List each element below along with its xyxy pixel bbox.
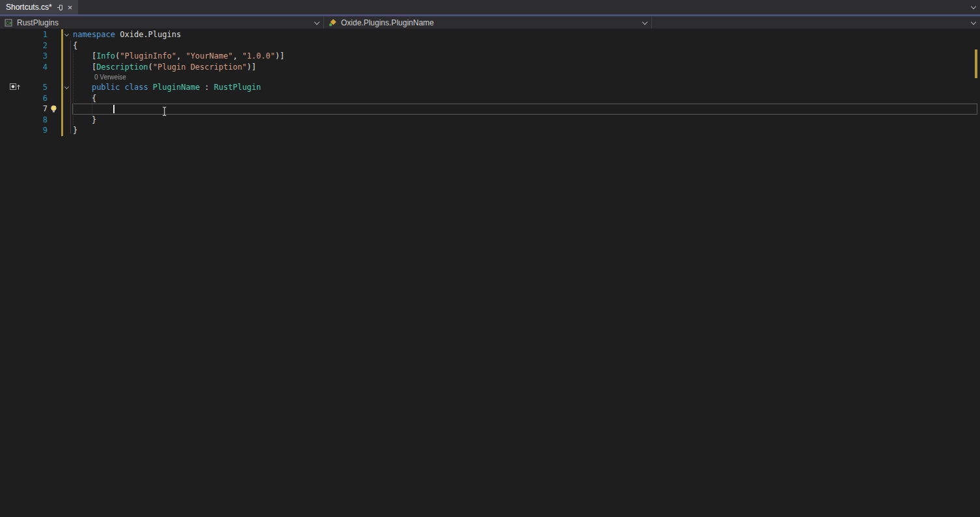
line-number: 4 <box>30 62 48 73</box>
type-dropdown[interactable]: Oxide.Plugins.PluginName <box>324 16 652 29</box>
code-line-1[interactable]: 1namespace Oxide.Plugins <box>0 29 980 40</box>
glyph-margin-icon[interactable] <box>10 83 21 91</box>
code-token: RustPlugin <box>214 83 261 92</box>
code-token: Oxide.Plugins <box>115 30 181 39</box>
indent-guide <box>73 51 74 125</box>
class-icon <box>329 19 337 27</box>
glyph-margin[interactable] <box>0 104 30 115</box>
glyph-margin[interactable] <box>0 62 30 73</box>
code-text <box>72 104 977 115</box>
code-token: , <box>176 51 185 61</box>
outline-guide-line <box>70 40 71 133</box>
glyph-margin[interactable] <box>0 115 30 126</box>
codelens-row: 0 Verweise <box>0 72 980 82</box>
code-text: { <box>72 40 980 51</box>
tab-title: Shortcuts.cs* <box>6 3 52 12</box>
code-token: , <box>233 51 242 61</box>
code-editor[interactable]: 1namespace Oxide.Plugins2{3 [Info("Plugi… <box>0 29 980 517</box>
code-token <box>148 83 153 92</box>
code-text: } <box>72 125 980 136</box>
code-text: [Description("Plugin Description")] <box>72 62 980 73</box>
code-token: "PluginInfo" <box>120 51 176 61</box>
fold-chevron-down-icon[interactable] <box>64 32 69 36</box>
line-number: 5 <box>30 82 48 93</box>
code-token: [ <box>73 51 96 61</box>
glyph-margin[interactable] <box>0 125 30 136</box>
glyph-margin[interactable] <box>0 82 30 93</box>
code-token: )] <box>247 63 256 72</box>
code-line-8[interactable]: 8 } <box>0 115 980 126</box>
indent-guide <box>92 94 92 114</box>
line-number: 9 <box>30 125 48 136</box>
svg-text:C#: C# <box>6 21 12 25</box>
tab-bar: Shortcuts.cs* × <box>0 0 980 14</box>
code-line-6[interactable]: 6 { <box>0 93 980 104</box>
code-token: ( <box>148 63 153 72</box>
code-token: } <box>73 115 96 124</box>
code-line-3[interactable]: 3 [Info("PluginInfo", "YourName", "1.0.0… <box>0 51 980 62</box>
type-dropdown-label: Oxide.Plugins.PluginName <box>341 18 434 27</box>
csharp-project-icon: C# <box>5 19 13 27</box>
glyph-margin[interactable] <box>0 51 30 62</box>
code-token: { <box>73 41 77 50</box>
chevron-down-icon[interactable] <box>971 4 976 9</box>
project-dropdown[interactable]: C# RustPlugins <box>0 16 324 29</box>
code-token: { <box>73 94 96 103</box>
navigation-bar: C# RustPlugins Oxide.Plugins.PluginName <box>0 16 980 29</box>
code-text: public class PluginName : RustPlugin <box>72 82 980 93</box>
text-caret <box>113 105 115 113</box>
line-number: 6 <box>30 93 48 104</box>
code-token: Info <box>96 51 115 61</box>
chevron-down-icon <box>971 19 976 24</box>
chevron-down-icon <box>642 19 647 24</box>
code-token: "Plugin Description" <box>153 63 247 72</box>
code-token: namespace <box>73 30 115 39</box>
tab-shortcuts-cs[interactable]: Shortcuts.cs* × <box>0 0 78 14</box>
code-token: PluginName <box>153 83 200 92</box>
line-number: 2 <box>30 40 48 51</box>
fold-chevron-down-icon[interactable] <box>64 85 69 89</box>
close-icon[interactable]: × <box>68 3 73 12</box>
codelens-references-label[interactable]: 0 Verweise <box>72 72 980 82</box>
vertical-scrollbar[interactable] <box>971 29 980 517</box>
fold-margin <box>63 29 72 40</box>
code-token <box>120 83 124 92</box>
pin-icon[interactable] <box>57 4 63 11</box>
line-number: 8 <box>30 115 48 126</box>
code-token: )] <box>275 51 284 61</box>
code-text: } <box>72 115 980 126</box>
code-token: class <box>125 83 148 92</box>
code-line-4[interactable]: 4 [Description("Plugin Description")] <box>0 62 980 73</box>
line-number: 1 <box>30 29 48 40</box>
code-text: namespace Oxide.Plugins <box>72 29 980 40</box>
code-text: [Info("PluginInfo", "YourName", "1.0.0")… <box>72 51 980 62</box>
glyph-margin[interactable] <box>0 29 30 40</box>
glyph-margin[interactable] <box>0 93 30 104</box>
lightbulb-icon[interactable] <box>49 105 58 113</box>
code-token: } <box>73 126 77 135</box>
code-line-9[interactable]: 9} <box>0 125 980 136</box>
line-number: 3 <box>30 51 48 62</box>
glyph-margin[interactable] <box>0 40 30 51</box>
code-text: { <box>72 93 980 104</box>
code-token: [ <box>73 63 96 72</box>
code-line-5[interactable]: 5 public class PluginName : RustPlugin <box>0 82 980 93</box>
code-token: Description <box>96 63 148 72</box>
chevron-down-icon <box>314 19 320 24</box>
project-dropdown-label: RustPlugins <box>17 18 59 27</box>
code-line-7[interactable]: 7 <box>0 104 980 115</box>
code-line-2[interactable]: 2{ <box>0 40 980 51</box>
code-token: : <box>200 83 214 92</box>
code-token <box>73 83 92 92</box>
code-token: "YourName" <box>185 51 232 61</box>
member-dropdown[interactable] <box>652 16 980 29</box>
scrollbar-modified-marker <box>975 49 977 78</box>
code-lines: 1namespace Oxide.Plugins2{3 [Info("Plugi… <box>0 29 980 136</box>
code-token: public <box>92 83 120 92</box>
line-number: 7 <box>30 104 48 115</box>
code-token: "1.0.0" <box>242 51 275 61</box>
